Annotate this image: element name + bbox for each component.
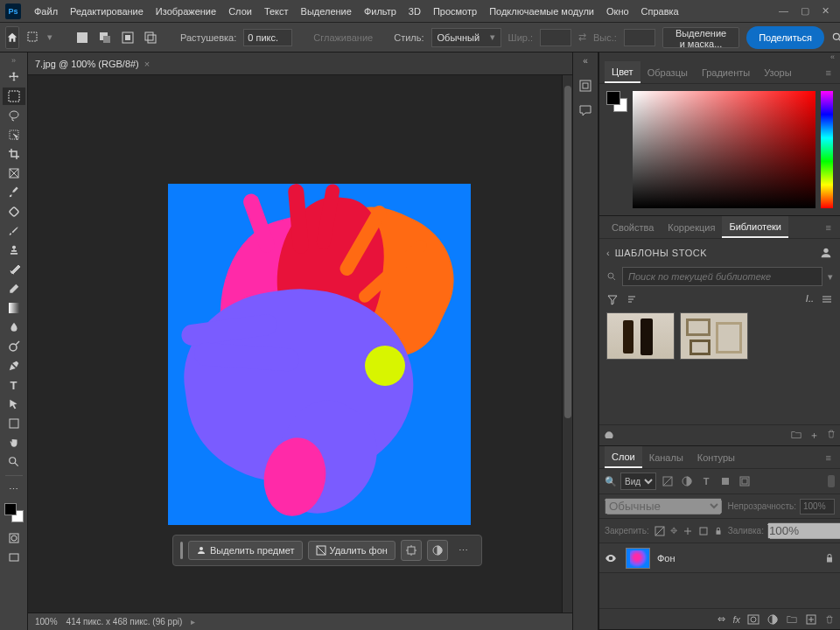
share-button[interactable]: Поделиться: [746, 26, 824, 49]
tab-color[interactable]: Цвет: [605, 61, 640, 83]
select-subject-button[interactable]: Выделить предмет: [188, 541, 303, 560]
library-sort-icon[interactable]: [626, 293, 638, 305]
eraser-tool-icon[interactable]: [3, 280, 25, 298]
hue-slider[interactable]: [821, 91, 833, 208]
minimize-icon[interactable]: —: [779, 5, 788, 17]
toolbar-collapse-icon[interactable]: »: [11, 56, 16, 65]
healing-tool-icon[interactable]: [3, 203, 25, 220]
library-asset-thumb[interactable]: [606, 312, 675, 360]
lock-nested-icon[interactable]: [698, 524, 709, 538]
lock-position-icon[interactable]: ✥: [670, 524, 677, 538]
tab-paths[interactable]: Контуры: [690, 446, 742, 468]
library-search-input[interactable]: [622, 267, 822, 286]
ctx-transform-icon[interactable]: [401, 540, 422, 561]
home-button[interactable]: [5, 26, 19, 49]
library-view-italic-icon[interactable]: I..: [806, 293, 814, 305]
filter-adjust-icon[interactable]: [679, 473, 695, 489]
library-sync-icon[interactable]: [603, 429, 615, 442]
ctx-grip-icon[interactable]: [180, 542, 183, 559]
library-add-icon[interactable]: ＋: [809, 429, 819, 442]
color-fgbg-swatch[interactable]: [606, 91, 627, 112]
library-view-list-icon[interactable]: [821, 293, 833, 305]
ctx-adjust-icon[interactable]: [427, 540, 448, 561]
marquee-tool-icon[interactable]: [3, 88, 25, 105]
menu-layers[interactable]: Слои: [222, 6, 258, 17]
menu-window[interactable]: Окно: [600, 6, 635, 17]
menu-view[interactable]: Просмотр: [427, 6, 483, 17]
library-delete-icon[interactable]: [826, 429, 836, 442]
layer-group-icon[interactable]: [786, 613, 798, 626]
menu-help[interactable]: Справка: [635, 6, 685, 17]
layer-filter-toggle[interactable]: [828, 475, 835, 487]
menu-text[interactable]: Текст: [258, 6, 295, 17]
color-field[interactable]: [633, 91, 816, 208]
library-folder-icon[interactable]: [790, 429, 802, 442]
pen-tool-icon[interactable]: [3, 357, 25, 374]
dock-expand-icon[interactable]: «: [583, 56, 588, 66]
shape-tool-icon[interactable]: [3, 415, 25, 432]
lock-artboard-icon[interactable]: [682, 524, 693, 538]
type-tool-icon[interactable]: T: [3, 376, 25, 394]
move-tool-icon[interactable]: [3, 68, 25, 86]
selection-new-icon[interactable]: [74, 29, 91, 46]
canvas-viewport[interactable]: Выделить предмет Удалить фон ⋯: [28, 75, 562, 612]
maximize-icon[interactable]: ▢: [801, 5, 809, 17]
library-asset-thumb[interactable]: [680, 312, 748, 360]
layer-filter-search-icon[interactable]: 🔍: [605, 476, 617, 487]
menu-file[interactable]: Файл: [28, 6, 64, 17]
color-panel-menu-icon[interactable]: ≡: [822, 67, 835, 78]
object-select-tool-icon[interactable]: [3, 126, 25, 144]
selection-add-icon[interactable]: [96, 29, 114, 46]
menu-select[interactable]: Выделение: [295, 6, 358, 17]
library-back-icon[interactable]: ‹: [606, 248, 610, 258]
filter-pixel-icon[interactable]: [660, 473, 676, 489]
quickmask-icon[interactable]: [3, 529, 25, 547]
frame-tool-icon[interactable]: [3, 164, 25, 182]
lasso-tool-icon[interactable]: [3, 107, 25, 124]
library-search-dropdown-icon[interactable]: ▾: [828, 271, 833, 283]
layer-filter-type-select[interactable]: Вид: [620, 472, 656, 490]
tab-channels[interactable]: Каналы: [642, 446, 690, 468]
tab-layers[interactable]: Слои: [605, 446, 642, 468]
filter-smart-icon[interactable]: [737, 473, 752, 489]
tab-close-icon[interactable]: ×: [144, 59, 150, 69]
menu-filter[interactable]: Фильтр: [358, 6, 402, 17]
tab-libraries[interactable]: Библиотеки: [722, 216, 788, 238]
menu-plugins[interactable]: Подключаемые модули: [483, 6, 600, 17]
tab-properties[interactable]: Свойства: [605, 216, 661, 238]
canvas-vscrollbar[interactable]: [562, 75, 572, 612]
dock-libraries-icon[interactable]: [576, 76, 595, 95]
zoom-tool-icon[interactable]: [3, 453, 25, 471]
eyedropper-tool-icon[interactable]: [3, 184, 25, 201]
menu-3d[interactable]: 3D: [402, 6, 427, 17]
crop-tool-icon[interactable]: [3, 145, 25, 163]
stamp-tool-icon[interactable]: [3, 242, 25, 259]
path-select-tool-icon[interactable]: [3, 396, 25, 413]
layer-fx-icon[interactable]: fx: [732, 614, 740, 625]
menu-image[interactable]: Изображение: [150, 6, 222, 17]
select-and-mask-button[interactable]: Выделение и маска...: [662, 27, 739, 48]
close-icon[interactable]: ✕: [822, 5, 830, 17]
layer-mask-icon[interactable]: [747, 613, 760, 626]
canvas[interactable]: [168, 184, 471, 525]
edit-toolbar-icon[interactable]: ⋯: [3, 480, 25, 498]
hand-tool-icon[interactable]: [3, 434, 25, 452]
layer-link-icon[interactable]: ⇔: [718, 613, 725, 625]
brush-tool-icon[interactable]: [3, 222, 25, 240]
style-select[interactable]: Обычный▾: [431, 28, 501, 47]
libraries-panel-menu-icon[interactable]: ≡: [822, 222, 835, 233]
layer-name[interactable]: Фон: [657, 553, 676, 564]
layers-panel-menu-icon[interactable]: ≡: [822, 452, 835, 463]
zoom-level[interactable]: 100%: [35, 617, 58, 626]
layer-visibility-icon[interactable]: [605, 552, 619, 564]
remove-background-button[interactable]: Удалить фон: [308, 541, 396, 560]
gradient-tool-icon[interactable]: [3, 299, 25, 317]
ctx-more-icon[interactable]: ⋯: [453, 540, 474, 561]
library-filter-icon[interactable]: [606, 293, 619, 305]
panels-collapse-icon[interactable]: «: [599, 52, 840, 61]
tab-adjustments[interactable]: Коррекция: [661, 216, 722, 238]
layer-adjustment-icon[interactable]: [766, 613, 779, 626]
history-brush-tool-icon[interactable]: [3, 261, 25, 278]
selection-subtract-icon[interactable]: [119, 29, 136, 46]
filter-type-icon[interactable]: T: [698, 473, 714, 489]
